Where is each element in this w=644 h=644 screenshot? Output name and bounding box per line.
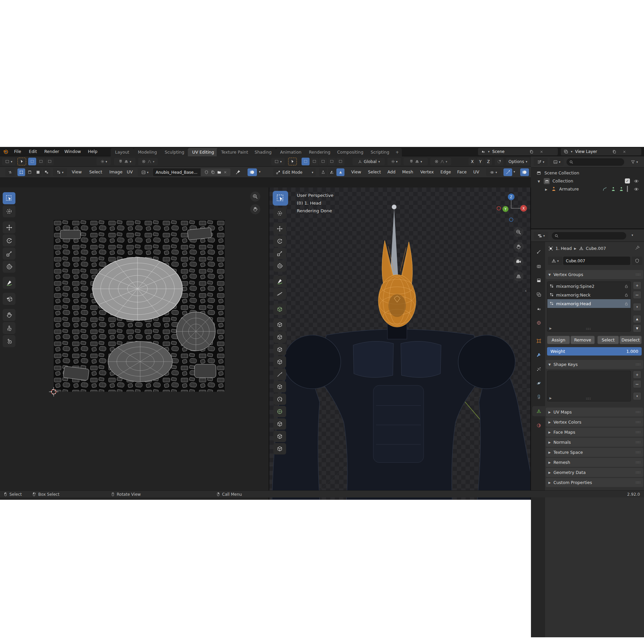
tab-particles[interactable] — [532, 364, 545, 374]
uv-pivot-dropdown[interactable]: ▾ — [97, 158, 111, 165]
vp-menu-edge[interactable]: Edge — [438, 167, 453, 177]
workspace-tab-layout[interactable]: Layout — [111, 148, 134, 156]
vp-camera-view-icon[interactable] — [514, 257, 524, 267]
properties-filter-dropdown[interactable]: ▾ — [534, 232, 548, 240]
select-button[interactable]: Select — [597, 336, 619, 344]
mirror-z-toggle[interactable]: Z — [485, 158, 492, 165]
workspace-tab-scripting[interactable]: Scripting — [366, 148, 394, 156]
bevel-tool-button[interactable] — [273, 344, 286, 355]
move-group-down-button[interactable]: ▼ — [633, 324, 641, 332]
remove-view-layer-icon[interactable] — [620, 150, 630, 154]
vertex-group-specials-menu[interactable]: ▾ — [633, 303, 641, 311]
add-cube-tool-button[interactable] — [273, 304, 286, 315]
uv-select-mode-vertex[interactable] — [17, 168, 25, 176]
breadcrumb-object[interactable]: 1. Head — [555, 246, 572, 251]
uv-active-tool-selector[interactable]: ▾ — [2, 158, 15, 165]
extrude-region-tool-button[interactable] — [273, 319, 286, 330]
snap-individual-icon[interactable] — [495, 158, 503, 165]
axis-gizmo[interactable]: Z X Y — [494, 192, 528, 226]
menu-help[interactable]: Help — [85, 147, 101, 156]
unlink-scene-icon[interactable] — [537, 150, 547, 154]
rotate-tool-button[interactable] — [273, 235, 286, 247]
uv-image-name-field[interactable]: Anubis_Head_Base... — [153, 168, 201, 176]
uv-select-mode-face[interactable] — [34, 168, 42, 176]
uv-canvas[interactable] — [0, 187, 269, 500]
outliner-row-collection[interactable]: ▼ Collection ✓ — [531, 177, 644, 185]
panel-remesh[interactable]: ▶Remesh∷∷ — [546, 458, 643, 467]
mesh-select-vertex-button[interactable] — [319, 168, 327, 176]
uv-menu-select[interactable]: Select — [87, 167, 104, 177]
vp-tweak-toggle[interactable] — [288, 158, 297, 165]
vp-menu-mesh[interactable]: Mesh — [400, 167, 415, 177]
remove-vertex-group-button[interactable]: − — [633, 291, 641, 299]
gizmos-toggle[interactable] — [503, 168, 512, 176]
add-shape-key-button[interactable]: ＋ — [633, 371, 641, 379]
tab-scene[interactable] — [532, 304, 545, 314]
outliner-search-input[interactable] — [567, 158, 624, 166]
scale-tool-button[interactable] — [273, 248, 286, 259]
list-resize-grip[interactable]: ∷∷ — [586, 397, 591, 400]
shading-mode-button[interactable] — [520, 168, 529, 176]
vp-select-subtract-button[interactable] — [319, 158, 327, 165]
add-vertex-group-button[interactable]: ＋ — [633, 281, 641, 289]
tab-tool[interactable] — [532, 247, 545, 257]
mirror-y-toggle[interactable]: Y — [477, 158, 484, 165]
rotate-tool-button[interactable] — [3, 234, 15, 247]
uv-image-browse-dropdown[interactable]: ▾ — [138, 168, 152, 176]
workspace-tab-uv-editing[interactable]: UV Editing — [188, 148, 218, 156]
smooth-tool-button[interactable] — [273, 406, 286, 417]
measure-tool-button[interactable] — [273, 288, 286, 300]
tab-world[interactable] — [532, 318, 545, 328]
new-view-layer-icon[interactable] — [609, 150, 620, 154]
uv-sticky-selection-dropdown[interactable]: ▾ — [53, 168, 67, 176]
workspace-tab-modeling[interactable]: Modeling — [133, 148, 161, 156]
knife-tool-button[interactable] — [273, 369, 286, 380]
move-tool-button[interactable] — [3, 221, 15, 233]
uv-sync-selection-toggle[interactable] — [5, 168, 15, 176]
outliner-row-scene-collection[interactable]: Scene Collection — [531, 169, 644, 177]
mesh-select-edge-button[interactable] — [328, 168, 336, 176]
mesh-name-input[interactable]: Cube.007 — [563, 257, 630, 265]
vp-menu-select[interactable]: Select — [366, 167, 383, 177]
workspace-tab-animation[interactable]: Animation — [276, 148, 306, 156]
vp-options-dropdown[interactable]: Options▾ — [506, 158, 530, 165]
mirror-x-toggle[interactable]: X — [469, 158, 476, 165]
scale-tool-button[interactable] — [3, 248, 15, 260]
tab-render[interactable] — [532, 261, 545, 271]
grab-tool-button[interactable] — [3, 309, 15, 321]
fake-user-shield-icon[interactable] — [204, 170, 209, 174]
uv-pan-hand-icon[interactable] — [250, 204, 260, 214]
uv-select-subtract-button[interactable] — [46, 158, 54, 165]
tab-view-layer[interactable] — [532, 289, 545, 300]
move-tool-button[interactable] — [273, 223, 286, 234]
transform-tool-button[interactable] — [3, 261, 15, 273]
object-visibility-dropdown[interactable]: ▾ — [486, 168, 501, 176]
view-layer-selector[interactable]: ▾ View Layer — [561, 148, 641, 155]
shape-keys-list[interactable]: ▶ ∷∷ — [547, 371, 631, 401]
shape-keys-panel-header[interactable]: ▼Shape Keys∷∷ — [546, 360, 643, 369]
add-workspace-button[interactable]: + — [392, 148, 402, 156]
uv-select-mode-island[interactable] — [43, 168, 50, 176]
tab-object-data[interactable] — [532, 406, 545, 416]
shrink-fatten-tool-button[interactable] — [273, 431, 286, 442]
uv-menu-image[interactable]: Image — [107, 167, 124, 177]
uv-snapping-dropdown[interactable]: ▾ — [114, 158, 136, 165]
properties-search-input[interactable] — [552, 232, 626, 239]
new-image-icon[interactable] — [211, 170, 215, 174]
transform-tool-button[interactable] — [273, 260, 286, 272]
panel-normals[interactable]: ▶Normals∷∷ — [546, 438, 643, 447]
shape-key-specials-menu[interactable]: ▾ — [633, 392, 641, 400]
vp-select-extend-button[interactable] — [310, 158, 318, 165]
panel-face-maps[interactable]: ▶Face Maps∷∷ — [546, 428, 643, 437]
scene-selector[interactable]: ▾ Scene — [478, 148, 558, 155]
uv-zoom-icon[interactable] — [250, 192, 260, 202]
menu-edit[interactable]: Edit — [25, 147, 40, 156]
shear-tool-button[interactable] — [273, 443, 286, 454]
lock-open-icon[interactable] — [624, 302, 629, 306]
outliner-filter-dropdown[interactable]: ▾ — [534, 158, 548, 166]
uv-select-extend-button[interactable] — [37, 158, 45, 165]
chevron-down-icon[interactable]: ▾ — [632, 233, 633, 237]
edge-slide-tool-button[interactable] — [273, 418, 286, 430]
deselect-button[interactable]: Deselect — [620, 336, 642, 344]
vp-menu-add[interactable]: Add — [385, 167, 397, 177]
